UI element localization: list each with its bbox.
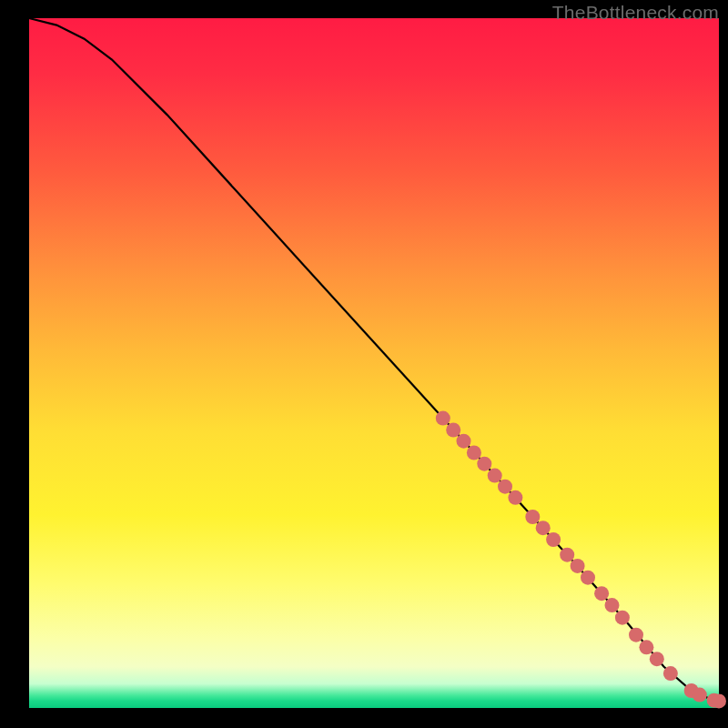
curve-marker: [594, 586, 609, 601]
curve-markers: [436, 411, 726, 709]
plot-area: [29, 18, 719, 708]
curve-marker: [629, 628, 643, 642]
curve-marker: [615, 611, 630, 625]
curve-marker: [712, 693, 726, 708]
chart-svg: [29, 18, 719, 708]
watermark-text: TheBottleneck.com: [552, 2, 719, 24]
curve-marker: [605, 598, 620, 612]
curve-marker: [498, 480, 512, 494]
bottleneck-curve: [29, 18, 719, 701]
curve-marker: [693, 688, 707, 703]
curve-marker: [650, 652, 664, 666]
curve-marker: [571, 559, 585, 573]
curve-marker: [477, 457, 491, 471]
curve-marker: [639, 640, 653, 654]
curve-marker: [467, 446, 481, 460]
curve-marker: [663, 666, 678, 681]
curve-marker: [457, 434, 471, 449]
chart-frame: TheBottleneck.com: [0, 0, 728, 728]
curve-marker: [536, 521, 551, 535]
curve-marker: [525, 510, 540, 524]
curve-marker: [436, 411, 450, 426]
curve-marker: [560, 548, 574, 562]
curve-marker: [446, 423, 460, 438]
curve-marker: [488, 469, 502, 483]
curve-marker: [581, 571, 595, 585]
curve-marker: [546, 532, 561, 547]
curve-marker: [508, 490, 522, 505]
